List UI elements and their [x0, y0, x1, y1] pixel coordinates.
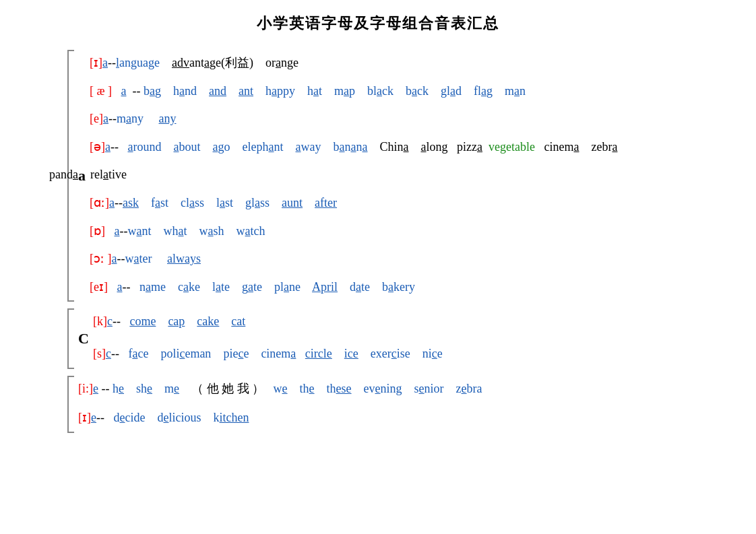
dash-c2: --: [111, 347, 119, 360]
word-pand: pand: [49, 168, 73, 181]
word-any: any: [159, 112, 177, 125]
word-zebra-a: a: [612, 140, 617, 154]
word-ning: ning: [381, 382, 402, 395]
word-gl2: gl: [245, 196, 255, 209]
word-m2: m: [505, 84, 514, 98]
word-thes: th: [327, 382, 336, 395]
word-long: long: [427, 140, 448, 154]
word-nana: n: [345, 140, 351, 154]
word-c2: c: [106, 347, 111, 360]
label-c: C: [78, 308, 89, 368]
word-bakery-a: a: [388, 280, 393, 294]
dash-8: --: [117, 252, 125, 265]
word-cinema-c: a: [290, 347, 296, 360]
phonetic-c2: [s]: [93, 347, 106, 360]
word-advantage2: ant: [189, 56, 204, 69]
word-g2: g: [242, 280, 248, 294]
word-always: always: [167, 252, 201, 265]
word-d2: d: [114, 411, 120, 424]
word-ask: ask: [123, 196, 139, 209]
word-gate2: te: [253, 280, 262, 294]
word-nior: nior: [424, 382, 444, 395]
word-china-a: a: [404, 140, 409, 154]
word-ce: ce: [137, 347, 148, 360]
word-late-a: a: [216, 280, 221, 294]
dash-e2: --: [96, 411, 104, 424]
word-ke: ke: [189, 280, 200, 294]
word-b2: b: [406, 84, 412, 98]
word-pizza-a: a: [477, 140, 482, 154]
dash-e1: --: [102, 382, 113, 395]
word-m3: m: [117, 112, 126, 125]
word-many2: ny: [131, 112, 144, 125]
word-glass-a: a: [255, 196, 260, 209]
word-hat2: t: [319, 84, 322, 98]
word-black2: ck: [382, 84, 393, 98]
word-or: or: [265, 56, 276, 69]
brace-e: [67, 376, 74, 433]
word-z: z: [456, 382, 462, 395]
word-c: c: [178, 280, 183, 294]
word-about: a: [174, 140, 179, 154]
word-a7: a: [115, 224, 120, 238]
phonetic-7: [ɒ]: [90, 224, 105, 238]
word-w5: w: [274, 382, 282, 395]
word-h2: h: [265, 84, 272, 98]
word-and: and: [209, 84, 226, 98]
word-te: te: [221, 280, 230, 294]
dash-9: --: [122, 280, 130, 294]
word-d: d: [350, 280, 356, 294]
word-w3: w: [237, 224, 245, 238]
word-map2: p: [349, 84, 355, 98]
word-banana-a2: a: [351, 140, 356, 154]
word-cake-c: cake: [197, 314, 219, 328]
word-after: after: [315, 196, 337, 209]
word-exercise-c: c: [391, 347, 397, 360]
word-bra: bra: [467, 382, 482, 395]
word-st: st: [160, 196, 168, 209]
word-come: come: [129, 314, 156, 328]
word-elephant-a: a: [269, 140, 274, 154]
line-a4: [ə]a-- around about ago elephant away ba…: [90, 134, 729, 161]
word-advantage: adv: [172, 56, 189, 69]
word-man-a: a: [514, 84, 519, 98]
word-many-a: a: [126, 112, 131, 125]
brace-c: [67, 308, 74, 368]
word-advantage4: ge(利益): [210, 56, 253, 69]
phonetic-2: [ æ ]: [90, 84, 112, 98]
word-hand2: nd: [185, 84, 197, 98]
line-c1: [k]c-- come cap cake cat: [93, 308, 729, 335]
word-a: a: [102, 56, 108, 69]
word-eleph: eleph: [243, 140, 269, 154]
word-we: e: [282, 382, 288, 395]
word-licious: licious: [168, 411, 201, 424]
phonetic-4: [ə]: [90, 140, 105, 154]
word-w4: w: [125, 252, 134, 265]
word-date-a: a: [356, 280, 361, 294]
word-wh: wh: [164, 224, 179, 238]
word-she: e: [147, 382, 152, 395]
word-nice-c: c: [432, 347, 437, 360]
word-pie: pie: [223, 347, 238, 360]
word-fl: fl: [474, 84, 481, 98]
word-cinema: cinem: [544, 140, 574, 154]
word-pl: pl: [274, 280, 284, 294]
line-a3: [e]a--many any: [90, 106, 729, 133]
word-m4: m: [164, 382, 174, 395]
word-want-a: a: [137, 224, 142, 238]
word-watch-a: a: [245, 224, 251, 238]
word-exer: exer: [371, 347, 391, 360]
word-gl: gl: [441, 84, 450, 98]
word-map-a: a: [344, 84, 349, 98]
word-he: e: [119, 382, 124, 395]
word-black-a: a: [377, 84, 382, 98]
word-nt: nt: [274, 140, 284, 154]
word-along: a: [421, 140, 427, 154]
word-what-a: a: [179, 224, 184, 238]
word-tch: tch: [251, 224, 265, 238]
word-vegetable: vegetable: [486, 140, 535, 154]
word-man2: n: [519, 84, 526, 98]
word-n2: n: [139, 280, 146, 294]
line-a2: [ æ ] a -- bag hand and ant happy hat ma…: [90, 78, 729, 105]
word-happy2: ppy: [277, 84, 295, 98]
